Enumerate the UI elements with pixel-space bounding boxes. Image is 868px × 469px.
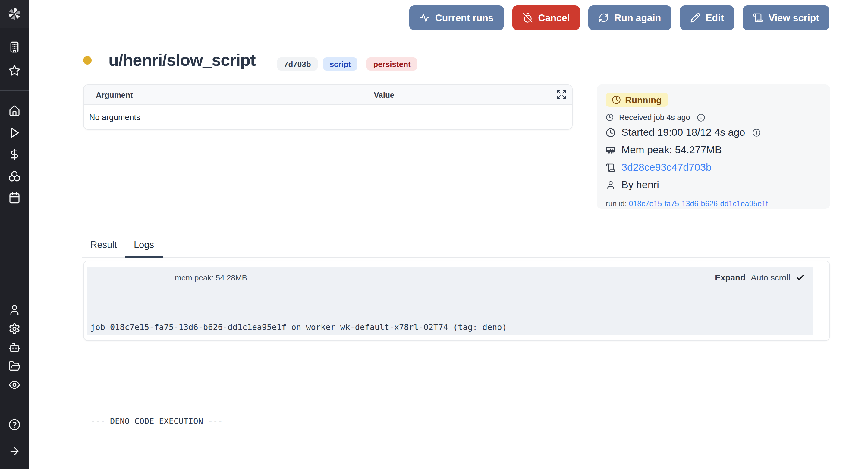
help-circle-icon — [8, 419, 21, 431]
auto-scroll-checkbox[interactable] — [796, 273, 805, 282]
user-icon — [606, 180, 615, 190]
sidebar-item-resources[interactable] — [0, 170, 29, 182]
info-icon — [697, 113, 705, 121]
sidebar-group-main — [0, 91, 29, 204]
home-icon — [8, 105, 21, 117]
title-badges: 7d703b script persistent — [277, 57, 417, 70]
mem-peak-row: Mem peak: 54.277MB — [606, 144, 821, 157]
sidebar-item-runs[interactable] — [0, 127, 29, 139]
started-row: Started 19:00 18/12 4s ago — [606, 126, 821, 139]
star-icon — [8, 64, 21, 77]
log-viewer-header: mem peak: 54.28MB Expand Auto scroll — [87, 267, 813, 282]
edit-label: Edit — [706, 12, 724, 23]
sidebar-item-home[interactable] — [0, 105, 29, 117]
view-script-label: View script — [769, 12, 819, 23]
scroll-icon — [606, 163, 615, 173]
sidebar-item-settings[interactable] — [0, 323, 29, 335]
sidebar-item-help[interactable] — [0, 419, 29, 431]
run-id-row: run id: 018c7e15-fa75-13d6-b626-dd1c1ea9… — [606, 200, 821, 208]
run-actions-toolbar: Current runs Cancel Run again Edit View … — [409, 5, 830, 30]
expand-icon — [556, 89, 567, 99]
check-icon — [796, 273, 805, 282]
view-script-button[interactable]: View script — [743, 5, 830, 30]
current-runs-button[interactable]: Current runs — [409, 5, 504, 30]
argument-column-header: Argument — [84, 90, 133, 99]
received-job-text: Received job 4s ago — [619, 113, 690, 122]
running-status-badge: Running — [606, 93, 668, 107]
arguments-empty-row: No arguments — [84, 105, 572, 129]
sidebar-item-schedules[interactable] — [0, 192, 29, 204]
user-icon — [8, 304, 21, 316]
sidebar — [0, 0, 29, 469]
gear-icon — [8, 323, 21, 335]
log-line: job 018c7e15-fa75-13d6-b626-dd1c1ea95e1f… — [90, 319, 813, 335]
script-hash-row: 3d28ce93c47d703b — [606, 161, 821, 174]
job-status-panel: Running Received job 4s ago Started 19:0… — [597, 84, 830, 209]
tab-logs[interactable]: Logs — [125, 236, 162, 258]
run-id-label: run id: — [606, 200, 627, 208]
timer-off-icon — [523, 13, 533, 23]
info-icon — [752, 128, 761, 137]
log-line: --- DENO CODE EXECUTION --- — [90, 413, 813, 429]
sidebar-item-workers[interactable] — [0, 342, 29, 353]
folder-open-icon — [8, 360, 21, 372]
sidebar-item-users[interactable] — [0, 304, 29, 316]
run-status-dot — [83, 56, 92, 64]
received-job-row: Received job 4s ago — [606, 113, 821, 122]
sidebar-group-footer — [0, 419, 29, 457]
started-text: Started 19:00 18/12 4s ago — [621, 126, 745, 139]
cancel-label: Cancel — [538, 12, 570, 23]
calendar-icon — [8, 192, 21, 204]
dollar-sign-icon — [8, 148, 21, 160]
arrow-right-icon — [8, 445, 21, 457]
play-icon — [8, 127, 21, 139]
arguments-table-header: Argument Value — [84, 85, 572, 105]
sidebar-logo[interactable] — [0, 0, 29, 28]
created-by-text: By henri — [621, 179, 659, 192]
eye-icon — [8, 379, 21, 391]
arguments-table: Argument Value No arguments — [83, 84, 572, 130]
cancel-button[interactable]: Cancel — [513, 5, 580, 30]
sidebar-item-favorites[interactable] — [0, 64, 29, 77]
started-info-button[interactable] — [752, 128, 761, 137]
bot-icon — [8, 342, 21, 353]
current-runs-label: Current runs — [435, 12, 494, 23]
sidebar-item-audit-logs[interactable] — [0, 379, 29, 391]
run-again-button[interactable]: Run again — [589, 5, 672, 30]
building-icon — [8, 41, 21, 53]
sidebar-item-variables[interactable] — [0, 148, 29, 160]
windmill-logo-icon — [7, 6, 22, 22]
running-status-label: Running — [625, 95, 662, 105]
sidebar-collapse-toggle[interactable] — [0, 445, 29, 457]
kind-badge: script — [323, 57, 358, 70]
scroll-icon — [753, 13, 763, 23]
refresh-icon — [599, 13, 609, 23]
created-by-row: By henri — [606, 179, 821, 192]
sidebar-group-workspace — [0, 28, 29, 91]
tab-result[interactable]: Result — [82, 236, 125, 258]
sidebar-item-folders[interactable] — [0, 360, 29, 372]
log-mem-peak-text: mem peak: 54.28MB — [175, 273, 247, 282]
memory-stick-icon — [606, 145, 615, 155]
script-hash-link[interactable]: 3d28ce93c47d703b — [621, 161, 712, 174]
log-viewer: mem peak: 54.28MB Expand Auto scroll job… — [87, 267, 813, 335]
hash-badge: 7d703b — [277, 57, 318, 70]
clock-icon — [606, 128, 615, 138]
activity-icon — [420, 13, 430, 23]
run-id-link[interactable]: 018c7e15-fa75-13d6-b626-dd1c1ea95e1f — [629, 200, 768, 208]
pencil-icon — [690, 13, 700, 23]
auto-scroll-label[interactable]: Auto scroll — [751, 273, 790, 282]
run-page: Current runs Cancel Run again Edit View … — [0, 0, 868, 469]
boxes-icon — [8, 170, 21, 182]
received-info-button[interactable] — [697, 113, 705, 121]
log-expand-button[interactable]: Expand — [715, 273, 745, 282]
value-column-header: Value — [374, 90, 394, 99]
edit-button[interactable]: Edit — [680, 5, 734, 30]
clock-icon — [606, 113, 614, 121]
expand-arguments-button[interactable] — [556, 89, 567, 99]
sidebar-group-admin — [0, 304, 29, 391]
log-controls: Expand Auto scroll — [715, 273, 805, 282]
mem-peak-text: Mem peak: 54.277MB — [621, 144, 722, 157]
log-line-empty — [90, 366, 813, 382]
sidebar-item-workspace[interactable] — [0, 41, 29, 53]
